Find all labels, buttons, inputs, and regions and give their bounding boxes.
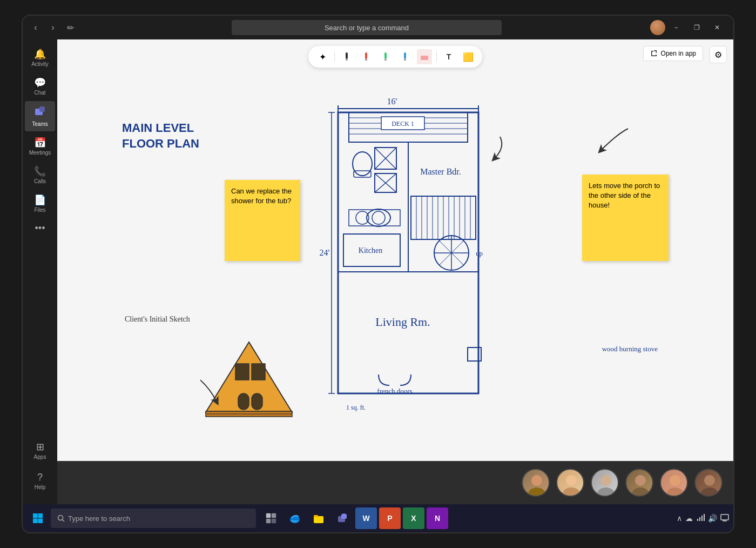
taskview-button[interactable] — [260, 507, 282, 529]
svg-rect-103 — [697, 519, 698, 521]
command-search[interactable]: Search or type a command — [232, 20, 502, 35]
pen-blue[interactable] — [397, 49, 413, 64]
sticky-note-2[interactable]: Lets move the porch to the other side of… — [582, 175, 669, 261]
svg-text:DECK 1: DECK 1 — [392, 120, 414, 128]
start-button[interactable] — [27, 507, 49, 529]
svg-rect-11 — [421, 56, 428, 60]
user-avatar[interactable] — [650, 20, 665, 35]
svg-point-86 — [701, 487, 718, 497]
teams-taskbar-icon — [336, 512, 348, 524]
toolbar-separator-1 — [334, 51, 335, 62]
svg-point-38 — [372, 211, 385, 224]
svg-rect-96 — [272, 519, 276, 523]
svg-point-78 — [563, 487, 580, 497]
sidebar-label-calls: Calls — [34, 178, 46, 184]
sidebar-item-apps[interactable]: ⊞ Apps — [25, 437, 55, 464]
svg-rect-4 — [346, 59, 348, 61]
participant-3 — [591, 469, 619, 497]
systray-chevron[interactable]: ∧ — [677, 514, 682, 523]
floor-plan-drawing: 16' DECK 1 — [295, 93, 522, 429]
edge-button[interactable] — [284, 507, 306, 529]
taskbar-search[interactable]: Type here to search — [51, 509, 256, 528]
onenote-icon: N — [435, 514, 440, 523]
taskview-icon — [266, 513, 276, 524]
svg-rect-89 — [33, 519, 38, 524]
participants-bar — [57, 461, 733, 504]
pen-green[interactable] — [378, 49, 393, 64]
svg-text:Master Bdr.: Master Bdr. — [420, 167, 461, 176]
onenote-button[interactable]: N — [427, 507, 448, 529]
aframe-house — [200, 337, 298, 425]
taskbar-apps: W P X N — [260, 507, 448, 529]
sidebar-label-chat: Chat — [34, 90, 45, 96]
sidebar-item-help[interactable]: ? Help — [25, 467, 55, 494]
svg-rect-88 — [38, 513, 43, 518]
systray: ∧ ☁ 🔊 — [677, 513, 729, 524]
svg-point-2 — [40, 106, 44, 110]
sidebar-item-teams[interactable]: Teams — [25, 101, 55, 131]
forward-button[interactable]: › — [46, 21, 59, 34]
participant-1 — [522, 469, 550, 497]
sidebar-label-teams: Teams — [32, 121, 48, 127]
open-in-app-button[interactable]: Open in app — [643, 46, 703, 61]
svg-point-85 — [704, 475, 715, 486]
svg-rect-87 — [33, 513, 38, 518]
compose-button[interactable]: ✏ — [64, 21, 77, 34]
powerpoint-button[interactable]: P — [379, 507, 401, 529]
help-icon: ? — [37, 472, 43, 483]
word-button[interactable]: W — [355, 507, 377, 529]
svg-rect-36 — [349, 210, 400, 226]
svg-point-84 — [666, 487, 684, 497]
teams-taskbar-button[interactable] — [332, 507, 353, 529]
back-button[interactable]: ‹ — [29, 21, 42, 34]
svg-text:16': 16' — [387, 97, 397, 106]
sticky-note-tool[interactable]: 🟨 — [461, 49, 476, 64]
eraser-tool[interactable] — [417, 49, 432, 64]
restore-button[interactable]: ❐ — [687, 19, 706, 36]
svg-rect-69 — [252, 364, 265, 380]
participant-4 — [625, 469, 653, 497]
svg-point-79 — [600, 475, 611, 486]
text-tool[interactable]: T — [441, 49, 456, 64]
sidebar-item-meetings[interactable]: 📅 Meetings — [25, 132, 55, 160]
svg-rect-106 — [704, 514, 705, 521]
participant-5 — [660, 469, 688, 497]
sidebar-item-calls[interactable]: 📞 Calls — [25, 161, 55, 189]
svg-rect-90 — [38, 519, 43, 524]
cursor-tool[interactable]: ✦ — [315, 49, 330, 64]
svg-point-82 — [632, 487, 649, 497]
sidebar-bottom: ⊞ Apps ? Help — [25, 437, 55, 500]
svg-point-81 — [635, 475, 646, 486]
settings-button[interactable]: ⚙ — [710, 46, 727, 63]
sidebar-item-chat[interactable]: 💬 Chat — [25, 72, 55, 100]
svg-rect-8 — [384, 59, 387, 61]
settings-icon: ⚙ — [714, 50, 722, 60]
svg-rect-6 — [365, 59, 367, 61]
svg-rect-104 — [699, 517, 700, 521]
svg-text:24': 24' — [320, 248, 330, 257]
svg-point-91 — [58, 516, 63, 520]
svg-rect-7 — [384, 52, 387, 59]
sidebar-label-activity: Activity — [31, 61, 49, 67]
sidebar-item-activity[interactable]: 🔔 Activity — [25, 44, 55, 71]
sidebar-item-files[interactable]: 📄 Files — [25, 190, 55, 217]
more-icon: ••• — [35, 223, 45, 234]
participant-6 — [694, 469, 723, 497]
excel-button[interactable]: X — [403, 507, 424, 529]
svg-text:Kitchen: Kitchen — [359, 246, 382, 255]
activity-icon: 🔔 — [34, 48, 46, 60]
sidebar-label-meetings: Meetings — [29, 150, 51, 156]
pen-red[interactable] — [359, 49, 374, 64]
svg-rect-70 — [238, 393, 249, 410]
pen-black[interactable] — [339, 49, 354, 64]
svg-rect-105 — [701, 516, 703, 521]
sidebar-item-more[interactable]: ••• — [25, 218, 55, 239]
minimize-button[interactable]: − — [666, 19, 686, 36]
close-button[interactable]: ✕ — [707, 19, 727, 36]
sticky-note-1-text: Can we replace the shower for the tub? — [231, 187, 292, 205]
meetings-icon: 📅 — [34, 137, 46, 149]
explorer-button[interactable] — [308, 507, 329, 529]
files-icon: 📄 — [34, 194, 46, 206]
sticky-note-1[interactable]: Can we replace the shower for the tub? — [225, 180, 300, 261]
search-placeholder: Search or type a command — [325, 24, 409, 32]
